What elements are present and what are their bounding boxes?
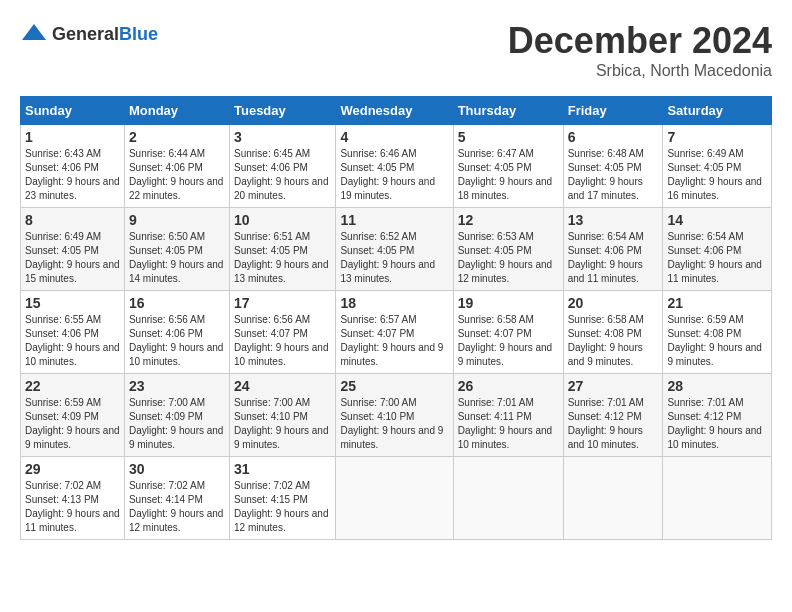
day-info: Sunrise: 6:51 AMSunset: 4:05 PMDaylight:… — [234, 230, 331, 286]
day-number: 14 — [667, 212, 767, 228]
day-number: 30 — [129, 461, 225, 477]
day-cell-2: 2 Sunrise: 6:44 AMSunset: 4:06 PMDayligh… — [124, 125, 229, 208]
day-cell-8: 8 Sunrise: 6:49 AMSunset: 4:05 PMDayligh… — [21, 208, 125, 291]
day-cell-26: 26 Sunrise: 7:01 AMSunset: 4:11 PMDaylig… — [453, 374, 563, 457]
day-number: 8 — [25, 212, 120, 228]
day-info: Sunrise: 6:55 AMSunset: 4:06 PMDaylight:… — [25, 313, 120, 369]
title-block: December 2024 Srbica, North Macedonia — [508, 20, 772, 80]
day-cell-1: 1 Sunrise: 6:43 AMSunset: 4:06 PMDayligh… — [21, 125, 125, 208]
day-number: 5 — [458, 129, 559, 145]
day-cell-15: 15 Sunrise: 6:55 AMSunset: 4:06 PMDaylig… — [21, 291, 125, 374]
day-number: 22 — [25, 378, 120, 394]
day-cell-13: 13 Sunrise: 6:54 AMSunset: 4:06 PMDaylig… — [563, 208, 663, 291]
day-number: 31 — [234, 461, 331, 477]
day-info: Sunrise: 6:45 AMSunset: 4:06 PMDaylight:… — [234, 147, 331, 203]
day-info: Sunrise: 6:56 AMSunset: 4:07 PMDaylight:… — [234, 313, 331, 369]
day-cell-9: 9 Sunrise: 6:50 AMSunset: 4:05 PMDayligh… — [124, 208, 229, 291]
day-number: 27 — [568, 378, 659, 394]
day-info: Sunrise: 6:58 AMSunset: 4:08 PMDaylight:… — [568, 313, 659, 369]
calendar-week-5: 29 Sunrise: 7:02 AMSunset: 4:13 PMDaylig… — [21, 457, 772, 540]
day-number: 10 — [234, 212, 331, 228]
day-info: Sunrise: 7:01 AMSunset: 4:12 PMDaylight:… — [667, 396, 767, 452]
day-cell-7: 7 Sunrise: 6:49 AMSunset: 4:05 PMDayligh… — [663, 125, 772, 208]
day-cell-20: 20 Sunrise: 6:58 AMSunset: 4:08 PMDaylig… — [563, 291, 663, 374]
day-cell-17: 17 Sunrise: 6:56 AMSunset: 4:07 PMDaylig… — [229, 291, 335, 374]
day-info: Sunrise: 6:57 AMSunset: 4:07 PMDaylight:… — [340, 313, 448, 369]
day-info: Sunrise: 6:46 AMSunset: 4:05 PMDaylight:… — [340, 147, 448, 203]
calendar-week-3: 15 Sunrise: 6:55 AMSunset: 4:06 PMDaylig… — [21, 291, 772, 374]
day-info: Sunrise: 6:52 AMSunset: 4:05 PMDaylight:… — [340, 230, 448, 286]
header-wednesday: Wednesday — [336, 97, 453, 125]
calendar-week-4: 22 Sunrise: 6:59 AMSunset: 4:09 PMDaylig… — [21, 374, 772, 457]
day-number: 1 — [25, 129, 120, 145]
day-info: Sunrise: 6:48 AMSunset: 4:05 PMDaylight:… — [568, 147, 659, 203]
day-cell-25: 25 Sunrise: 7:00 AMSunset: 4:10 PMDaylig… — [336, 374, 453, 457]
day-number: 7 — [667, 129, 767, 145]
day-info: Sunrise: 7:00 AMSunset: 4:10 PMDaylight:… — [340, 396, 448, 452]
day-number: 21 — [667, 295, 767, 311]
day-info: Sunrise: 6:59 AMSunset: 4:09 PMDaylight:… — [25, 396, 120, 452]
day-info: Sunrise: 6:49 AMSunset: 4:05 PMDaylight:… — [25, 230, 120, 286]
day-cell-31: 31 Sunrise: 7:02 AMSunset: 4:15 PMDaylig… — [229, 457, 335, 540]
calendar-week-1: 1 Sunrise: 6:43 AMSunset: 4:06 PMDayligh… — [21, 125, 772, 208]
day-number: 16 — [129, 295, 225, 311]
day-info: Sunrise: 6:56 AMSunset: 4:06 PMDaylight:… — [129, 313, 225, 369]
day-cell-3: 3 Sunrise: 6:45 AMSunset: 4:06 PMDayligh… — [229, 125, 335, 208]
day-number: 3 — [234, 129, 331, 145]
day-cell-28: 28 Sunrise: 7:01 AMSunset: 4:12 PMDaylig… — [663, 374, 772, 457]
logo: GeneralBlue — [20, 20, 158, 48]
empty-cell — [663, 457, 772, 540]
day-number: 23 — [129, 378, 225, 394]
weekday-header-row: Sunday Monday Tuesday Wednesday Thursday… — [21, 97, 772, 125]
day-cell-21: 21 Sunrise: 6:59 AMSunset: 4:08 PMDaylig… — [663, 291, 772, 374]
day-info: Sunrise: 7:01 AMSunset: 4:11 PMDaylight:… — [458, 396, 559, 452]
empty-cell — [453, 457, 563, 540]
header-thursday: Thursday — [453, 97, 563, 125]
logo-text-general: General — [52, 24, 119, 44]
day-number: 9 — [129, 212, 225, 228]
header-sunday: Sunday — [21, 97, 125, 125]
day-number: 15 — [25, 295, 120, 311]
header-friday: Friday — [563, 97, 663, 125]
logo-text-blue: Blue — [119, 24, 158, 44]
day-info: Sunrise: 6:49 AMSunset: 4:05 PMDaylight:… — [667, 147, 767, 203]
day-cell-11: 11 Sunrise: 6:52 AMSunset: 4:05 PMDaylig… — [336, 208, 453, 291]
day-cell-27: 27 Sunrise: 7:01 AMSunset: 4:12 PMDaylig… — [563, 374, 663, 457]
day-info: Sunrise: 7:00 AMSunset: 4:09 PMDaylight:… — [129, 396, 225, 452]
day-info: Sunrise: 7:02 AMSunset: 4:14 PMDaylight:… — [129, 479, 225, 535]
day-cell-23: 23 Sunrise: 7:00 AMSunset: 4:09 PMDaylig… — [124, 374, 229, 457]
day-cell-24: 24 Sunrise: 7:00 AMSunset: 4:10 PMDaylig… — [229, 374, 335, 457]
day-info: Sunrise: 7:00 AMSunset: 4:10 PMDaylight:… — [234, 396, 331, 452]
header-tuesday: Tuesday — [229, 97, 335, 125]
empty-cell — [336, 457, 453, 540]
day-cell-4: 4 Sunrise: 6:46 AMSunset: 4:05 PMDayligh… — [336, 125, 453, 208]
day-number: 4 — [340, 129, 448, 145]
month-title: December 2024 — [508, 20, 772, 62]
day-number: 29 — [25, 461, 120, 477]
day-number: 18 — [340, 295, 448, 311]
day-number: 20 — [568, 295, 659, 311]
day-info: Sunrise: 6:43 AMSunset: 4:06 PMDaylight:… — [25, 147, 120, 203]
day-number: 13 — [568, 212, 659, 228]
day-info: Sunrise: 6:58 AMSunset: 4:07 PMDaylight:… — [458, 313, 559, 369]
day-cell-10: 10 Sunrise: 6:51 AMSunset: 4:05 PMDaylig… — [229, 208, 335, 291]
day-number: 6 — [568, 129, 659, 145]
day-cell-14: 14 Sunrise: 6:54 AMSunset: 4:06 PMDaylig… — [663, 208, 772, 291]
day-number: 12 — [458, 212, 559, 228]
header-monday: Monday — [124, 97, 229, 125]
day-info: Sunrise: 6:50 AMSunset: 4:05 PMDaylight:… — [129, 230, 225, 286]
day-cell-5: 5 Sunrise: 6:47 AMSunset: 4:05 PMDayligh… — [453, 125, 563, 208]
day-number: 19 — [458, 295, 559, 311]
day-cell-6: 6 Sunrise: 6:48 AMSunset: 4:05 PMDayligh… — [563, 125, 663, 208]
day-info: Sunrise: 6:44 AMSunset: 4:06 PMDaylight:… — [129, 147, 225, 203]
svg-marker-0 — [22, 24, 46, 40]
day-number: 26 — [458, 378, 559, 394]
day-info: Sunrise: 7:02 AMSunset: 4:13 PMDaylight:… — [25, 479, 120, 535]
day-number: 2 — [129, 129, 225, 145]
calendar-table: Sunday Monday Tuesday Wednesday Thursday… — [20, 96, 772, 540]
empty-cell — [563, 457, 663, 540]
day-number: 17 — [234, 295, 331, 311]
day-number: 28 — [667, 378, 767, 394]
day-cell-12: 12 Sunrise: 6:53 AMSunset: 4:05 PMDaylig… — [453, 208, 563, 291]
day-cell-30: 30 Sunrise: 7:02 AMSunset: 4:14 PMDaylig… — [124, 457, 229, 540]
